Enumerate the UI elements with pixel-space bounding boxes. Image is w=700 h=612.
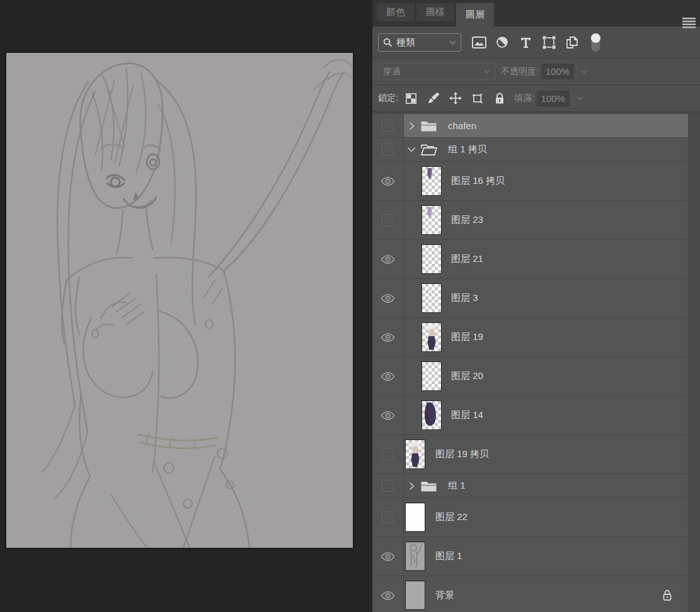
group-row[interactable]: 组 1 (372, 474, 689, 498)
group-disclosure-triangle[interactable] (407, 482, 416, 490)
group-disclosure-triangle[interactable] (407, 122, 416, 130)
lock-position-icon[interactable] (449, 91, 462, 106)
layer-name[interactable]: 图层 21 (451, 253, 483, 265)
type-layer-filter-icon[interactable] (518, 31, 533, 53)
pixel-layer-filter-icon[interactable] (471, 31, 486, 53)
lock-artboard-icon[interactable] (471, 91, 484, 106)
layer-row[interactable]: 图层 23 (372, 201, 689, 240)
layer-row[interactable]: 图层 21 (372, 240, 689, 279)
layer-name[interactable]: 图层 19 拷贝 (435, 448, 489, 460)
layer-name[interactable]: 背景 (435, 589, 454, 601)
adjustment-layer-filter-icon[interactable] (495, 31, 510, 53)
layer-locked-icon (662, 589, 672, 601)
visibility-toggle[interactable] (372, 396, 404, 434)
visibility-toggle[interactable] (372, 114, 404, 137)
layer-name[interactable]: 图层 20 (451, 370, 483, 382)
layer-filter-toggle[interactable] (588, 31, 603, 53)
group-row[interactable]: chafen (372, 114, 689, 138)
visibility-toggle[interactable] (372, 498, 404, 536)
group-row[interactable]: 组 1 拷贝 (372, 138, 689, 162)
visibility-toggle[interactable] (372, 138, 404, 161)
tab-layers[interactable]: 圖層 (456, 3, 494, 26)
photoshop-workspace: 顏色 圖樣 圖層 種類 (0, 0, 700, 612)
layer-row-content[interactable]: chafen (404, 114, 689, 137)
document-canvas[interactable] (6, 53, 353, 548)
layer-name[interactable]: 图层 1 (435, 550, 462, 562)
visibility-toggle[interactable] (372, 357, 404, 395)
layer-name[interactable]: 图层 23 (451, 214, 483, 226)
layer-row-content[interactable]: 图层 19 拷贝 (404, 435, 689, 473)
layer-name[interactable]: 图层 22 (435, 511, 468, 523)
layer-name[interactable]: 组 1 (448, 480, 466, 492)
chevron-down-icon (581, 70, 587, 74)
opacity-input[interactable]: 100% (541, 64, 574, 79)
layer-row-content[interactable]: 图层 3 (404, 279, 689, 317)
layer-row[interactable]: 图层 14 (372, 396, 689, 435)
eye-icon (381, 591, 395, 600)
fill-dropdown-button[interactable] (571, 91, 587, 106)
scrollbar-gutter[interactable] (688, 114, 700, 612)
visibility-toggle[interactable] (372, 162, 404, 200)
layer-thumbnail[interactable] (422, 400, 442, 430)
lock-label: 鎖定: (378, 93, 398, 104)
visibility-toggle[interactable] (372, 240, 404, 278)
layer-row-content[interactable]: 图层 22 (404, 498, 689, 536)
layer-row-content[interactable]: 图层 1 (404, 537, 689, 575)
layer-row-content[interactable]: 图层 21 (404, 240, 689, 278)
layer-name[interactable]: 图层 14 (451, 409, 483, 421)
layer-thumbnail[interactable] (422, 361, 442, 391)
tab-patterns[interactable]: 圖樣 (416, 3, 454, 21)
folder-open-icon (420, 143, 437, 156)
visibility-toggle[interactable] (372, 435, 404, 473)
layer-thumbnail[interactable] (422, 166, 442, 196)
visibility-toggle[interactable] (372, 279, 404, 317)
panel-menu-button[interactable] (681, 16, 696, 29)
layer-row[interactable]: 图层 19 拷贝 (372, 435, 689, 474)
layer-thumbnail[interactable] (422, 322, 442, 352)
layer-name[interactable]: chafen (448, 120, 476, 131)
layer-name[interactable]: 组 1 拷贝 (448, 144, 487, 156)
layer-row-content[interactable]: 图层 14 (404, 396, 689, 434)
lock-all-icon[interactable] (493, 91, 506, 106)
lock-pixels-icon[interactable] (427, 91, 440, 106)
group-disclosure-triangle[interactable] (407, 147, 416, 152)
shape-layer-filter-icon[interactable] (541, 31, 556, 53)
visibility-toggle[interactable] (372, 201, 404, 239)
fill-input[interactable]: 100% (537, 91, 570, 106)
layer-row[interactable]: 图层 20 (372, 357, 689, 396)
layer-thumbnail[interactable] (405, 541, 425, 571)
layer-row[interactable]: 图层 22 (372, 498, 689, 537)
lock-transparency-icon[interactable] (405, 91, 418, 106)
visibility-toggle[interactable] (372, 576, 404, 612)
layer-row-content[interactable]: 图层 23 (404, 201, 689, 239)
layer-thumbnail[interactable] (405, 502, 425, 532)
visibility-toggle[interactable] (372, 537, 404, 575)
layer-thumbnail[interactable] (405, 439, 425, 469)
eye-icon (381, 411, 395, 420)
filter-kind-select[interactable]: 種類 (378, 33, 461, 52)
layer-row[interactable]: 背景 (372, 576, 689, 612)
visibility-toggle[interactable] (372, 318, 404, 356)
layer-row-content[interactable]: 组 1 (404, 474, 689, 497)
layer-thumbnail[interactable] (422, 244, 442, 274)
layer-name[interactable]: 图层 3 (451, 292, 478, 304)
layer-row[interactable]: 图层 3 (372, 279, 689, 318)
layer-row[interactable]: 图层 19 (372, 318, 689, 357)
layer-thumbnail[interactable] (422, 283, 442, 313)
layer-row-content[interactable]: 图层 19 (404, 318, 689, 356)
layer-row[interactable]: 图层 1 (372, 537, 689, 576)
layer-row-content[interactable]: 组 1 拷贝 (404, 138, 689, 161)
layer-name[interactable]: 图层 16 拷贝 (451, 175, 505, 187)
layer-row[interactable]: 图层 16 拷贝 (372, 162, 689, 201)
opacity-dropdown-button[interactable] (576, 64, 592, 79)
layer-thumbnail[interactable] (422, 205, 442, 235)
layer-row-content[interactable]: 背景 (404, 576, 689, 612)
smart-object-filter-icon[interactable] (565, 31, 580, 53)
layer-name[interactable]: 图层 19 (451, 331, 483, 343)
layer-thumbnail[interactable] (405, 581, 425, 610)
layer-row-content[interactable]: 图层 16 拷贝 (404, 162, 689, 200)
blend-mode-select[interactable]: 穿過 (378, 63, 495, 80)
visibility-toggle[interactable] (372, 474, 404, 497)
tab-color[interactable]: 顏色 (377, 3, 415, 21)
layer-row-content[interactable]: 图层 20 (404, 357, 689, 395)
